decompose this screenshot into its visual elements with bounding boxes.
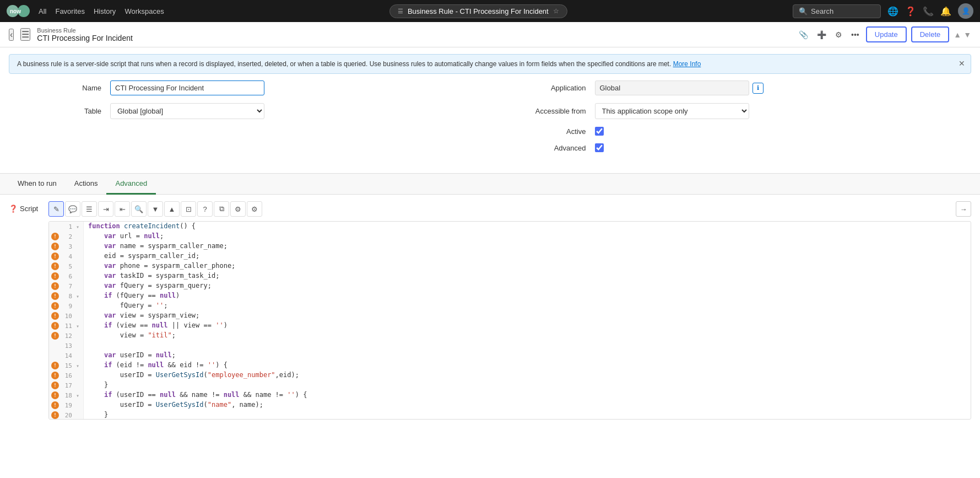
nav-history[interactable]: History	[94, 7, 116, 15]
code-line-17: !17 }	[49, 380, 971, 390]
toolbar-outdent-btn[interactable]: ⇤	[115, 201, 130, 217]
info-banner: A business rule is a server-side script …	[9, 54, 971, 74]
nav-all[interactable]: All	[39, 7, 46, 15]
advanced-checkbox[interactable]	[595, 143, 604, 152]
close-banner-button[interactable]: ✕	[959, 59, 965, 68]
record-title-group: Business Rule CTI Processing For Inciden…	[37, 27, 790, 42]
script-toolbar: ✎ 💬 ☰ ⇥ ⇤ 🔍 ▼ ▲ ⊡ ? ⧉ ⚙ ⚙ →	[48, 201, 971, 217]
code-line-14: 14 var userID = null;	[49, 351, 971, 361]
more-info-link[interactable]: More Info	[673, 60, 701, 68]
code-line-1: 1▾ function createIncident() {	[49, 222, 971, 232]
accessible-from-select[interactable]: This application scope only	[595, 103, 749, 119]
back-button[interactable]: ‹	[9, 29, 14, 41]
form-right-col: Application Global ℹ Accessible from Thi…	[507, 80, 936, 160]
code-line-3: !3 var name = sysparm_caller_name;	[49, 241, 971, 251]
active-label: Active	[507, 127, 595, 136]
toolbar-gear1-btn[interactable]: ⚙	[230, 201, 246, 217]
code-line-12: !12 view = "itil";	[49, 331, 971, 341]
toolbar-comment-btn[interactable]: 💬	[65, 201, 80, 217]
search-icon: 🔍	[799, 7, 808, 15]
nav-workspaces[interactable]: Workspaces	[124, 7, 164, 15]
center-title-area: ☰ Business Rule - CTI Processing For Inc…	[173, 4, 784, 18]
tab-advanced[interactable]: Advanced	[106, 174, 156, 195]
accessible-from-label: Accessible from	[507, 107, 595, 115]
next-record-button[interactable]: ▼	[963, 30, 971, 39]
advanced-row: Advanced	[507, 143, 936, 152]
tabs-container: When to run Actions Advanced ❓ Script ✎ …	[0, 173, 980, 426]
toolbar-search-btn[interactable]: 🔍	[131, 201, 147, 217]
application-info-icon[interactable]: ℹ	[752, 83, 764, 94]
star-icon[interactable]: ☆	[553, 7, 559, 15]
tab-actions[interactable]: Actions	[66, 174, 107, 195]
script-help-icon[interactable]: ❓	[9, 205, 18, 213]
code-line-6: !6 var taskID = sysparm_task_id;	[49, 271, 971, 281]
toolbar-help-btn[interactable]: ?	[197, 201, 213, 217]
tabs-nav: When to run Actions Advanced	[0, 174, 980, 195]
settings-icon[interactable]: ⚙	[833, 28, 844, 41]
logo[interactable]: now	[7, 5, 30, 17]
search-box[interactable]: 🔍 Search	[793, 4, 881, 18]
table-select[interactable]: Global [global]	[110, 103, 264, 119]
toolbar-expand-btn[interactable]: →	[956, 201, 971, 217]
application-label: Application	[507, 84, 595, 92]
help-icon[interactable]: ❓	[905, 6, 916, 17]
script-header: ❓ Script ✎ 💬 ☰ ⇥ ⇤ 🔍 ▼ ▲ ⊡ ? ⧉ ⚙ ⚙ →	[9, 201, 971, 217]
table-row: Table Global [global]	[44, 103, 474, 119]
update-button[interactable]: Update	[866, 26, 907, 42]
code-line-18: !18▾ if (userID == null && name != null …	[49, 390, 971, 400]
phone-icon[interactable]: 📞	[923, 6, 934, 17]
toolbar-edit-btn[interactable]: ✎	[48, 201, 64, 217]
globe-icon[interactable]: 🌐	[887, 6, 898, 17]
code-line-13: 13	[49, 341, 971, 351]
code-line-10: !10 var view = sysparm_view;	[49, 311, 971, 321]
code-line-11: !11▾ if (view == null || view == '')	[49, 321, 971, 331]
header-actions: 📎 ➕ ⚙ ••• Update Delete ▲ ▼	[797, 26, 971, 42]
record-nav-arrows: ▲ ▼	[954, 30, 971, 39]
toolbar-up-btn[interactable]: ▲	[164, 201, 180, 217]
nav-links: All Favorites History Workspaces	[39, 7, 164, 15]
add-icon[interactable]: ➕	[815, 28, 829, 41]
sub-header: ‹ ☰ Business Rule CTI Processing For Inc…	[0, 22, 980, 47]
more-icon[interactable]: •••	[849, 28, 862, 41]
name-row: Name	[44, 80, 474, 95]
application-value: Global	[595, 80, 749, 95]
advanced-label: Advanced	[507, 144, 595, 152]
toolbar-down-btn[interactable]: ▼	[148, 201, 163, 217]
bell-icon[interactable]: 🔔	[940, 6, 951, 17]
attachment-icon[interactable]: 📎	[797, 28, 810, 41]
name-label: Name	[44, 84, 110, 92]
code-line-5: !5 var phone = sysparm_caller_phone;	[49, 261, 971, 271]
info-text: A business rule is a server-side script …	[17, 60, 671, 68]
hamburger-button[interactable]: ☰	[20, 28, 30, 41]
tab-title-pill[interactable]: ☰ Business Rule - CTI Processing For Inc…	[389, 4, 567, 18]
code-line-15: !15▾ if (eid != null && eid != '') {	[49, 361, 971, 370]
toolbar-wrap-btn[interactable]: ⧉	[214, 201, 229, 217]
code-line-9: !9 fQuery = '';	[49, 301, 971, 311]
toolbar-fullscreen-btn[interactable]: ⊡	[181, 201, 196, 217]
code-line-19: !19 userID = UserGetSysId("name", name);	[49, 400, 971, 410]
avatar[interactable]: 👤	[958, 3, 973, 19]
script-label: ❓ Script	[9, 201, 42, 213]
delete-button[interactable]: Delete	[911, 26, 950, 42]
form-left-col: Name Table Global [global]	[44, 80, 474, 160]
tab-title-text: Business Rule - CTI Processing For Incid…	[408, 7, 549, 15]
accessible-from-row: Accessible from This application scope o…	[507, 103, 936, 119]
search-placeholder: Search	[811, 7, 833, 15]
tab-when-to-run[interactable]: When to run	[9, 174, 66, 195]
toolbar-indent-btn[interactable]: ⇥	[98, 201, 113, 217]
name-input[interactable]	[110, 80, 264, 95]
nav-favorites[interactable]: Favorites	[55, 7, 84, 15]
code-line-7: !7 var fQuery = sysparm_query;	[49, 281, 971, 291]
record-type: Business Rule	[37, 27, 790, 34]
active-row: Active	[507, 127, 936, 136]
script-section: ❓ Script ✎ 💬 ☰ ⇥ ⇤ 🔍 ▼ ▲ ⊡ ? ⧉ ⚙ ⚙ →	[0, 195, 980, 426]
toolbar-list-btn[interactable]: ☰	[82, 201, 97, 217]
code-editor[interactable]: 1▾ function createIncident() { !2 var ur…	[48, 221, 971, 420]
active-checkbox[interactable]	[595, 127, 604, 136]
toolbar-gear2-btn[interactable]: ⚙	[247, 201, 262, 217]
menu-icon: ☰	[398, 8, 403, 15]
top-right-icons: 🔍 Search 🌐 ❓ 📞 🔔 👤	[793, 3, 973, 19]
prev-record-button[interactable]: ▲	[954, 30, 961, 39]
code-line-4: !4 eid = sysparm_caller_id;	[49, 251, 971, 261]
application-row: Application Global ℹ	[507, 80, 936, 95]
